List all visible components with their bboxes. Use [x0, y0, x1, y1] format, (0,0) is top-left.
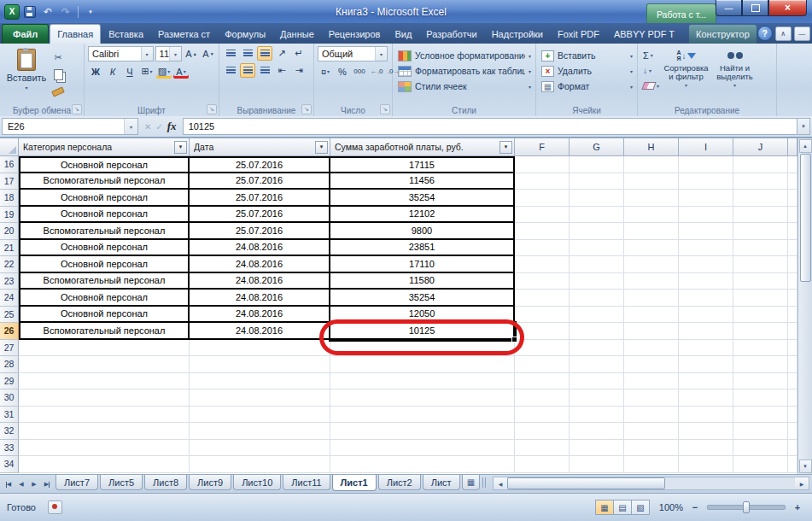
cell-H21[interactable] — [624, 240, 679, 257]
cell-C33[interactable] — [19, 440, 190, 457]
cell-F27[interactable] — [515, 340, 570, 357]
insert-cells-button[interactable]: +Вставить▾ — [540, 48, 634, 63]
sheet-tab-list10[interactable]: Лист10 — [233, 475, 281, 490]
cell-H28[interactable] — [624, 356, 679, 373]
cancel-button[interactable]: ✕ — [144, 122, 151, 132]
cell-I17[interactable] — [679, 173, 733, 190]
cell-G30[interactable] — [570, 389, 624, 407]
zoom-out-button[interactable]: − — [689, 502, 701, 512]
ribbon-tab-formulas[interactable]: Формулы — [218, 25, 272, 44]
alignment-dialog-launcher[interactable]: ↘ — [301, 104, 312, 114]
cell-H32[interactable] — [624, 423, 679, 440]
wrap-text-button[interactable]: ↵ — [291, 46, 307, 61]
cell-D34[interactable] — [190, 456, 330, 473]
cell-F23[interactable] — [515, 273, 570, 290]
ribbon-tab-home[interactable]: Главная — [50, 24, 101, 44]
cell-C18[interactable]: Основной персонал — [19, 190, 190, 207]
row-header-30[interactable]: 30 — [0, 389, 19, 407]
row-header-32[interactable]: 32 — [0, 423, 19, 440]
cell-C28[interactable] — [19, 356, 190, 373]
cell-F16[interactable] — [515, 156, 570, 173]
comma-style-button[interactable]: 000 — [352, 64, 367, 79]
fill-color-button[interactable]: ▨▾ — [156, 64, 172, 79]
filter-button-date[interactable]: ▼ — [315, 141, 328, 154]
cell-E25[interactable]: 12050 — [330, 307, 515, 324]
cell-I34[interactable] — [679, 456, 733, 473]
scroll-up-button[interactable]: ▲ — [799, 139, 812, 153]
row-header-26[interactable]: 26 — [0, 323, 19, 340]
cell-G27[interactable] — [570, 340, 624, 357]
column-header-H[interactable]: H — [624, 138, 679, 156]
filter-button-sum[interactable]: ▼ — [499, 141, 512, 154]
row-header-27[interactable]: 27 — [0, 340, 19, 357]
horizontal-scroll-thumb[interactable] — [507, 477, 665, 489]
cell-D30[interactable] — [190, 389, 330, 407]
scroll-left-button[interactable]: ◀ — [494, 477, 507, 489]
cell-I32[interactable] — [679, 423, 733, 440]
sort-filter-button[interactable]: АЯ ↓ Сортировка и фильтр ▾ — [663, 46, 710, 103]
cell-H16[interactable] — [624, 156, 679, 173]
cell-C29[interactable] — [19, 373, 190, 390]
cell-G18[interactable] — [570, 190, 624, 207]
cell-E19[interactable]: 12102 — [330, 207, 515, 224]
cell-D25[interactable]: 24.08.2016 — [190, 307, 330, 324]
align-top-button[interactable] — [223, 46, 238, 61]
cell-C22[interactable]: Основной персонал — [19, 256, 190, 273]
find-select-button[interactable]: Найти и выделить ▾ — [711, 46, 758, 103]
cell-J28[interactable] — [733, 356, 788, 373]
increase-decimal-button[interactable]: ←.0 — [369, 64, 384, 79]
sheet-tab-list8[interactable]: Лист8 — [144, 475, 187, 490]
cell-D20[interactable]: 25.07.2016 — [190, 223, 330, 240]
ribbon-tab-data[interactable]: Данные — [273, 25, 321, 44]
next-sheet-button[interactable]: ▶ — [28, 477, 40, 491]
first-sheet-button[interactable]: ◀ — [3, 477, 15, 491]
cell-D17[interactable]: 25.07.2016 — [190, 173, 330, 190]
cell-I31[interactable] — [679, 407, 733, 424]
decrease-indent-button[interactable]: ⇤ — [274, 63, 289, 78]
cell-C32[interactable] — [19, 423, 190, 440]
sheet-tab-list-partial[interactable]: Лист — [423, 475, 460, 490]
ribbon-tab-design[interactable]: Конструктор — [689, 25, 757, 44]
cell-F22[interactable] — [515, 256, 570, 273]
cell-J20[interactable] — [733, 223, 788, 240]
cell-I28[interactable] — [679, 356, 733, 373]
column-header-G[interactable]: G — [570, 138, 624, 156]
cell-C17[interactable]: Вспомогательный персонал — [19, 173, 190, 190]
cell-H24[interactable] — [624, 290, 679, 307]
borders-button[interactable]: ⊞▾ — [139, 64, 155, 79]
sheet-tab-list9[interactable]: Лист9 — [189, 475, 231, 490]
cell-J30[interactable] — [733, 389, 788, 407]
redo-button[interactable]: ↷ — [58, 4, 73, 20]
cell-H25[interactable] — [624, 307, 679, 324]
align-middle-button[interactable] — [240, 46, 255, 61]
cell-I21[interactable] — [679, 240, 733, 257]
cell-C30[interactable] — [19, 389, 190, 407]
cell-F28[interactable] — [515, 356, 570, 373]
cell-I18[interactable] — [679, 190, 733, 207]
cell-H23[interactable] — [624, 273, 679, 290]
cell-H19[interactable] — [624, 207, 679, 224]
cell-J26[interactable] — [733, 323, 788, 340]
cell-G24[interactable] — [570, 290, 624, 307]
underline-button[interactable]: Ч — [122, 64, 137, 79]
cell-G33[interactable] — [570, 440, 624, 457]
align-right-button[interactable] — [257, 63, 272, 78]
vertical-scroll-thumb[interactable] — [800, 154, 811, 282]
column-header-date[interactable]: Дата▼ — [190, 138, 330, 156]
font-size-combo[interactable]: 11 ▾ — [155, 46, 182, 61]
cell-D18[interactable]: 25.07.2016 — [190, 190, 330, 207]
cell-G28[interactable] — [570, 356, 624, 373]
italic-button[interactable]: К — [105, 64, 120, 79]
cell-I22[interactable] — [679, 256, 733, 273]
cell-G23[interactable] — [570, 273, 624, 290]
ribbon-tab-foxit-pdf[interactable]: Foxit PDF — [551, 25, 606, 44]
formula-input[interactable]: 10125 — [183, 118, 797, 135]
cell-J23[interactable] — [733, 273, 788, 290]
close-button[interactable]: × — [768, 0, 807, 16]
cell-H33[interactable] — [624, 440, 679, 457]
cell-E32[interactable] — [330, 423, 515, 440]
cell-J16[interactable] — [733, 156, 788, 173]
row-header-28[interactable]: 28 — [0, 356, 19, 373]
page-break-view-button[interactable]: ▧ — [631, 500, 650, 515]
bold-button[interactable]: Ж — [88, 64, 103, 79]
